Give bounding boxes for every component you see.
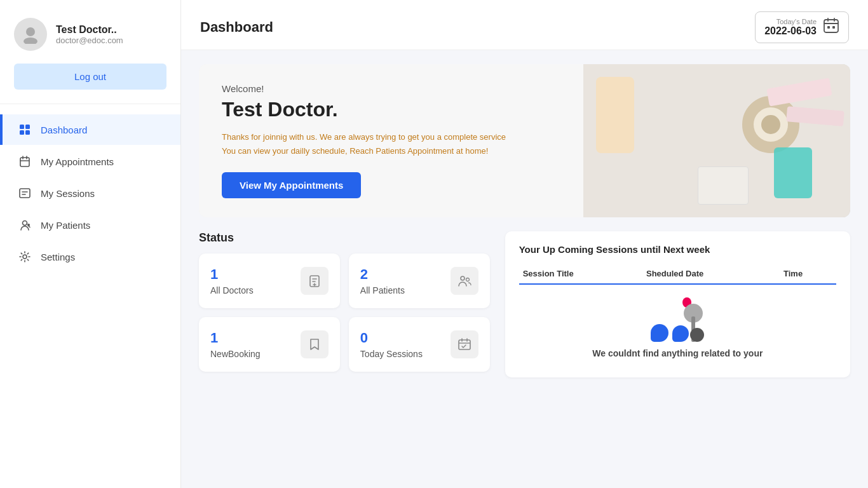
welcome-greeting: Welcome! — [222, 83, 560, 94]
main-header: Dashboard Today's Date 2022-06-03 — [181, 0, 868, 50]
sessions-table: Session Title Sheduled Date Time — [519, 264, 836, 285]
date-box: Today's Date 2022-06-03 — [755, 11, 849, 43]
bottom-section: Status 1 All Doctors — [199, 231, 850, 377]
view-appointments-button[interactable]: View My Appointments — [222, 172, 361, 198]
welcome-doctor-name: Test Doctor. — [222, 98, 560, 121]
profile-email: doctor@edoc.com — [56, 36, 123, 45]
patients-count: 2 — [360, 266, 405, 283]
svg-rect-3 — [25, 125, 30, 129]
sidebar-item-label: My Sessions — [41, 188, 95, 199]
main-content: Dashboard Today's Date 2022-06-03 Welcom… — [181, 0, 868, 488]
bandage-1 — [766, 78, 832, 107]
date-value: 2022-06-03 — [764, 25, 817, 37]
bookings-label: NewBooking — [210, 349, 261, 359]
svg-point-0 — [26, 27, 35, 36]
avatar — [14, 18, 47, 51]
sidebar: Test Doctor.. doctor@edoc.com Log out Da… — [0, 0, 181, 488]
col-scheduled-date: Sheduled Date — [642, 264, 780, 284]
svg-rect-2 — [20, 125, 24, 129]
doctors-label: All Doctors — [210, 285, 254, 295]
status-section: Status 1 All Doctors — [199, 231, 490, 372]
sidebar-item-sessions[interactable]: My Sessions — [0, 178, 180, 208]
doctors-count: 1 — [210, 266, 254, 283]
svg-rect-7 — [20, 189, 30, 198]
welcome-desc-line1: Thanks for joinnig with us. We are alway… — [222, 132, 506, 142]
svg-rect-5 — [25, 130, 30, 135]
patients-icon — [451, 267, 478, 295]
sessions-empty-state: We couldnt find anything related to your — [519, 285, 836, 365]
status-card-bookings: 1 NewBooking — [199, 317, 340, 372]
status-title: Status — [199, 231, 490, 245]
svg-point-8 — [23, 221, 27, 226]
patients-label: All Patients — [360, 285, 405, 295]
svg-rect-4 — [20, 130, 24, 135]
svg-point-16 — [466, 278, 469, 281]
sessions-icon — [451, 330, 478, 358]
svg-rect-13 — [832, 26, 835, 29]
welcome-description: Thanks for joinnig with us. We are alway… — [222, 130, 539, 158]
status-card-sessions: 0 Today Sessions — [349, 317, 490, 372]
sidebar-item-label: Dashboard — [41, 125, 87, 135]
dashboard-icon — [18, 123, 32, 136]
col-session-title: Session Title — [519, 264, 642, 284]
sessions-icon — [18, 187, 32, 200]
status-grid: 1 All Doctors — [199, 254, 490, 372]
logout-button[interactable]: Log out — [14, 64, 166, 90]
svg-rect-17 — [459, 340, 470, 349]
sessions-label: Today Sessions — [360, 349, 423, 359]
date-label: Today's Date — [764, 18, 817, 25]
gauze — [698, 166, 749, 205]
teal-case — [774, 147, 812, 198]
empty-text: We couldnt find anything related to your — [592, 348, 763, 358]
sidebar-item-patients[interactable]: My Patients — [0, 210, 180, 240]
sidebar-item-dashboard[interactable]: Dashboard — [0, 114, 180, 145]
col-time: Time — [780, 264, 836, 284]
svg-point-15 — [461, 276, 465, 280]
sidebar-item-appointments[interactable]: My Appointments — [0, 146, 180, 177]
sidebar-divider — [0, 104, 180, 104]
upcoming-sessions-section: Your Up Coming Sessions until Next week … — [505, 231, 850, 377]
medical-illustration — [583, 64, 850, 217]
svg-point-1 — [24, 37, 37, 44]
calendar-icon — [823, 17, 839, 37]
bookings-count: 1 — [210, 330, 261, 346]
sidebar-item-label: My Patients — [41, 220, 90, 231]
dashboard-content: Welcome! Test Doctor. Thanks for joinnig… — [181, 50, 868, 391]
sidebar-item-label: Settings — [41, 252, 75, 262]
settings-icon — [18, 250, 32, 263]
sidebar-item-label: My Appointments — [41, 156, 114, 167]
user-profile: Test Doctor.. doctor@edoc.com — [0, 0, 180, 64]
profile-name: Test Doctor.. — [56, 24, 123, 36]
svg-rect-12 — [827, 26, 830, 29]
pill-strip — [596, 77, 634, 153]
banner-image — [583, 64, 850, 217]
upcoming-sessions-title: Your Up Coming Sessions until Next week — [519, 244, 836, 255]
sidebar-nav: Dashboard My Appointments My Sessions — [0, 109, 180, 277]
patients-icon — [18, 219, 32, 231]
svg-rect-6 — [20, 158, 29, 166]
svg-point-10 — [23, 255, 27, 259]
welcome-text-area: Welcome! Test Doctor. Thanks for joinnig… — [199, 64, 583, 217]
status-card-patients: 2 All Patients — [349, 254, 490, 308]
empty-illustration — [646, 297, 709, 342]
svg-rect-11 — [824, 20, 838, 32]
doctors-icon — [301, 267, 329, 295]
status-card-doctors: 1 All Doctors — [199, 254, 340, 308]
welcome-banner: Welcome! Test Doctor. Thanks for joinnig… — [199, 64, 850, 217]
welcome-desc-line2: You can view your dailly schedule, Reach… — [222, 146, 488, 156]
bookings-icon — [301, 330, 329, 358]
appointments-icon — [18, 155, 32, 168]
sessions-count: 0 — [360, 330, 423, 346]
page-title: Dashboard — [200, 19, 273, 36]
sidebar-item-settings[interactable]: Settings — [0, 241, 180, 272]
